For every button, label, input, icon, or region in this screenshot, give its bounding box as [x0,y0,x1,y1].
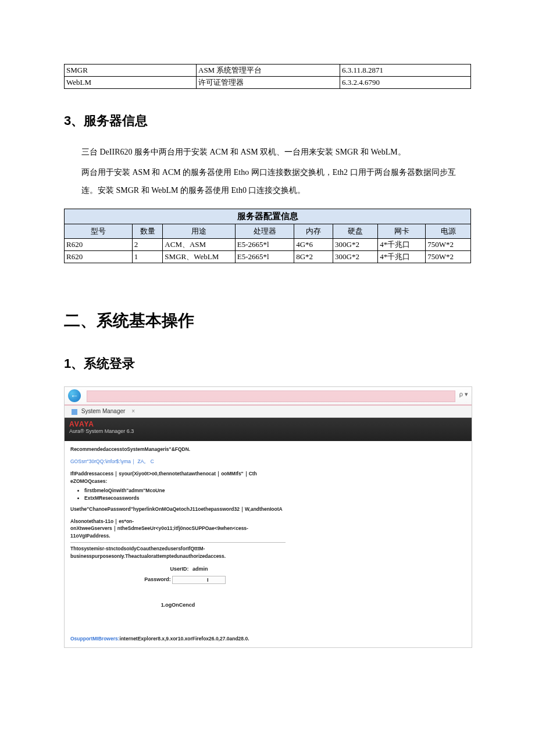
userid-label: UserID: [148,565,189,574]
cell-name: SMGR [65,65,197,77]
globe-icon [72,409,77,415]
password-input[interactable]: I [172,576,226,584]
cell: 8G*2 [294,251,333,263]
table-row: SMGR ASM 系统管理平台 6.3.11.8.2871 [65,65,471,77]
cell: 1 [132,251,163,263]
browser-tab-row: System Manager × [65,406,472,418]
col-qty: 数量 [132,224,163,239]
footer-text: internetExplorer8.x,9.xor10.xorFirefox26… [120,636,249,642]
login-text: onXtweeGservers｜ntheSdmeSeeUr<y0o11;itfj… [70,525,286,540]
cell: 300G*2 [333,251,378,263]
heading-server-info: 3、服务器信息 [64,112,471,130]
cell: 300G*2 [333,239,378,251]
tab-label: System Manager [81,408,126,414]
server-config-table: 服务器配置信息 型号 数量 用途 处理器 内存 硬盘 网卡 电源 R620 2 … [64,209,471,263]
col-disk: 硬盘 [333,224,378,239]
table-row: R620 1 SMGR、WebLM E5-2665*l 8G*2 300G*2 … [65,251,471,263]
login-text: RecommendedaccesstoSystemManageris"&FQDN… [70,446,286,453]
browser-tab[interactable]: System Manager × [68,407,141,415]
search-icon: ρ ▾ [459,390,468,398]
close-icon[interactable]: × [131,408,135,414]
paragraph: 两台用于安装 ASM 和 ACM 的服务器使用 Etho 网口连接数据交换机，E… [64,164,471,200]
password-label: Password: [130,576,171,584]
app-subtitle: Aura® System Manager 6.3 [69,428,467,434]
login-link[interactable]: GOSsrr"30rQQ:\infor$:\yma｜ ZA。 C [70,458,286,465]
cell: 2 [132,239,163,251]
logon-button[interactable]: 1.ogOnCencd [161,601,195,610]
col-nic: 网卡 [378,224,426,239]
col-power: 电源 [426,224,471,239]
login-list-item: ExtxMResecoasswords [84,495,286,502]
col-usage: 用途 [163,224,235,239]
cell-desc: ASM 系统管理平台 [197,65,340,77]
login-text: IfIPaddressaccess｜syour(Xiyo0t>o0,thenno… [70,470,286,478]
cell-version: 6.3.2.4.6790 [340,77,471,89]
table-title-row: 服务器配置信息 [65,209,471,224]
cell: E5-2665*l [235,251,294,263]
app-header: AVAYA Aura® System Manager 6.3 [65,418,472,441]
table-title: 服务器配置信息 [65,209,471,224]
cell: E5-2665*l [235,239,294,251]
login-text: Thtosystemisr-stnctodsoIdyCoauthenzeduse… [70,545,286,560]
login-text: Usethe"ChanoePassword"hyperlinkOnMOaQeto… [70,506,286,513]
footer-link: OsupportMIBrowers: [70,636,120,642]
col-cpu: 处理器 [235,224,294,239]
software-version-table: SMGR ASM 系统管理平台 6.3.11.8.2871 WebLM 许可证管… [64,64,471,89]
userid-value: admin [192,566,208,572]
cell: R620 [65,251,133,263]
table-row: R620 2 ACM、ASM E5-2665*l 4G*6 300G*2 4*千… [65,239,471,251]
table-row: WebLM 许可证管理器 6.3.2.4.6790 [65,77,471,89]
cell: 4*千兆口 [378,239,426,251]
cell: 4G*6 [294,239,333,251]
browser-toolbar: ← ρ ▾ [65,387,472,406]
col-model: 型号 [65,224,133,239]
arrow-left-icon: ← [70,391,79,400]
col-mem: 内存 [294,224,333,239]
cell-version: 6.3.11.8.2871 [340,65,471,77]
cell: 750W*2 [426,251,471,263]
cell: SMGR、WebLM [163,251,235,263]
login-text: eZOMOQcases: [70,478,286,485]
heading-system-login: 1、系统登录 [64,355,471,372]
cell: ACM、ASM [163,239,235,251]
table-header-row: 型号 数量 用途 处理器 内存 硬盘 网卡 电源 [65,224,471,239]
login-footer: OsupportMIBrowers:internetExplorer8.x,9.… [65,612,472,647]
password-value: I [207,577,209,583]
back-button[interactable]: ← [68,389,81,402]
login-text: Alsonotethats-11o｜es*on- [70,518,286,525]
paragraph: 三台 DeIIR620 服务中两台用于安装 ACM 和 ASM 双机、一台用来安… [64,144,471,162]
cell: 4*千兆口 [378,251,426,263]
cell: R620 [65,239,133,251]
chapter-heading: 二、系统基本操作 [64,310,471,332]
address-bar[interactable] [87,390,455,402]
cell-name: WebLM [65,77,197,89]
login-list-item: firstbmeloQinwith"admm"McoUne [84,487,286,495]
avaya-logo: AVAYA [69,420,467,428]
login-screenshot: ← ρ ▾ System Manager × AVAYA Aura® Syste… [64,386,472,648]
cell-desc: 许可证管理器 [197,77,340,89]
cell: 750W*2 [426,239,471,251]
